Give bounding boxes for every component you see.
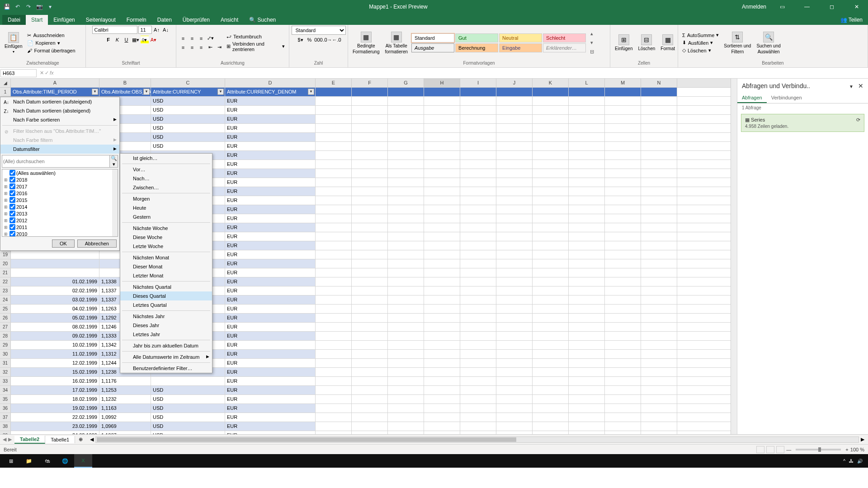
cell[interactable]	[460, 431, 496, 434]
taskbar-explorer-icon[interactable]: 📁	[20, 454, 38, 468]
vertical-scrollbar[interactable]	[731, 79, 737, 434]
cell[interactable]	[569, 413, 605, 422]
style-erklaerender[interactable]: Erklärender…	[543, 43, 586, 52]
cell[interactable]	[424, 232, 460, 241]
hscroll-left-icon[interactable]: ◀	[88, 436, 95, 442]
cell[interactable]	[316, 250, 352, 259]
cell[interactable]	[388, 350, 424, 358]
cell[interactable]	[352, 223, 388, 232]
cell[interactable]	[424, 133, 460, 141]
cell[interactable]	[316, 332, 352, 340]
cell[interactable]	[569, 368, 605, 376]
row-header[interactable]: 30	[0, 350, 11, 358]
cell[interactable]	[388, 296, 424, 304]
checkbox[interactable]	[9, 177, 15, 183]
cell[interactable]	[533, 286, 569, 295]
cell[interactable]: 1,1253	[99, 386, 151, 394]
row-header[interactable]: 19	[0, 250, 11, 259]
cell[interactable]	[496, 169, 533, 178]
cell[interactable]: USD	[151, 404, 225, 413]
cell[interactable]	[316, 286, 352, 295]
cell[interactable]	[533, 314, 569, 322]
cell[interactable]	[352, 386, 388, 394]
cell[interactable]: 11.02.1999	[11, 350, 99, 358]
col-header-n[interactable]: N	[641, 79, 677, 87]
cell[interactable]: 10.02.1999	[11, 341, 99, 349]
cell[interactable]: USD	[151, 395, 225, 404]
align-bottom-icon[interactable]: ≡	[197, 34, 205, 42]
cell[interactable]: EUR	[225, 277, 316, 286]
cell[interactable]	[424, 97, 460, 105]
shrink-font-icon[interactable]: A↓	[162, 26, 170, 34]
cell[interactable]	[424, 277, 460, 286]
cell[interactable]	[352, 214, 388, 223]
cell[interactable]	[352, 368, 388, 376]
cell[interactable]	[641, 413, 677, 422]
cell[interactable]	[605, 205, 641, 214]
taskbar-excel-icon[interactable]: X	[74, 454, 92, 468]
cell[interactable]	[533, 268, 569, 277]
expand-icon[interactable]: ⊞	[4, 232, 9, 236]
cell[interactable]	[569, 259, 605, 268]
cell[interactable]: EUR	[225, 187, 316, 196]
cell[interactable]	[496, 97, 533, 105]
tab-formulas[interactable]: Formeln	[121, 15, 152, 25]
find-select-button[interactable]: 🔍Suchen undAuswählen	[755, 31, 782, 55]
cell[interactable]	[460, 350, 496, 358]
sort-color-item[interactable]: Nach Farbe sortieren▶	[0, 115, 119, 124]
cell[interactable]: EUR	[225, 241, 316, 250]
cell[interactable]	[605, 413, 641, 422]
cell[interactable]	[569, 223, 605, 232]
cell[interactable]	[352, 88, 388, 96]
cell[interactable]	[605, 296, 641, 304]
italic-button[interactable]: K	[113, 36, 122, 44]
cell[interactable]	[533, 296, 569, 304]
cell[interactable]	[533, 133, 569, 141]
next-year-item[interactable]: Nächstes Jahr	[120, 312, 212, 321]
tree-year-item[interactable]: ⊞ 2011	[2, 224, 118, 230]
hscroll-right-icon[interactable]: ▶	[859, 436, 866, 442]
cell[interactable]	[605, 124, 641, 132]
cell[interactable]	[460, 341, 496, 349]
cell[interactable]	[496, 151, 533, 160]
cell[interactable]	[352, 97, 388, 105]
cell[interactable]: USD	[151, 115, 225, 123]
cell[interactable]	[569, 169, 605, 178]
cell[interactable]	[569, 97, 605, 105]
cell[interactable]	[641, 277, 677, 286]
format-painter-button[interactable]: 🖌 Format übertragen	[26, 47, 76, 54]
cell[interactable]: EUR	[225, 97, 316, 105]
cell[interactable]	[533, 142, 569, 150]
cell[interactable]	[460, 88, 496, 96]
last-month-item[interactable]: Letzter Monat	[120, 271, 212, 280]
cell[interactable]	[460, 169, 496, 178]
tree-year-item[interactable]: ⊞ 2018	[2, 176, 118, 183]
cell[interactable]	[641, 97, 677, 105]
inc-decimal-icon[interactable]: .0→	[324, 36, 332, 44]
cell[interactable]	[605, 350, 641, 358]
cell[interactable]	[388, 395, 424, 404]
cell[interactable]: 08.02.1999	[11, 323, 99, 331]
cell[interactable]	[424, 323, 460, 331]
cell[interactable]	[569, 133, 605, 141]
border-button[interactable]: ▦▾	[132, 36, 140, 44]
last-quarter-item[interactable]: Letztes Quartal	[120, 300, 212, 310]
cut-button[interactable]: ✂ Ausschneiden	[26, 32, 76, 39]
cell[interactable]	[316, 377, 352, 385]
cell[interactable]	[605, 97, 641, 105]
minimize-icon[interactable]: —	[798, 4, 816, 10]
cell[interactable]	[496, 377, 533, 385]
cell[interactable]	[460, 323, 496, 331]
cell[interactable]	[641, 106, 677, 114]
cell[interactable]	[569, 377, 605, 385]
cell[interactable]	[641, 323, 677, 331]
cell[interactable]	[533, 124, 569, 132]
cell[interactable]	[316, 413, 352, 422]
cell[interactable]	[388, 178, 424, 187]
cell[interactable]	[460, 97, 496, 105]
cell[interactable]	[388, 386, 424, 394]
cell[interactable]	[533, 259, 569, 268]
cell[interactable]	[316, 124, 352, 132]
font-color-button[interactable]: A▾	[150, 36, 158, 44]
col-header-g[interactable]: G	[388, 79, 424, 87]
